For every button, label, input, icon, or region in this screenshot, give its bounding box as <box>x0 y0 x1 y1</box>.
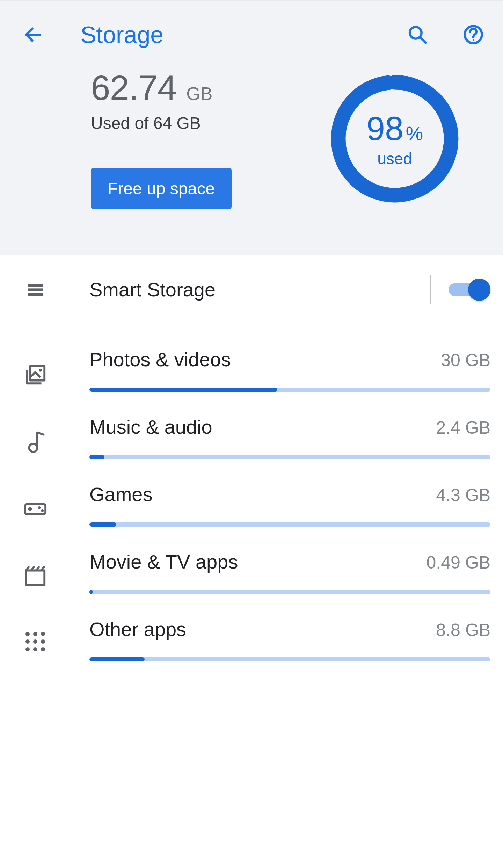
movie-icon <box>20 564 51 589</box>
games-icon <box>20 497 51 521</box>
storage-header-section: Storage 62.74 GB Used o <box>0 0 503 255</box>
category-movie-tv[interactable]: Movie & TV apps 0.49 GB <box>0 527 503 594</box>
category-size: 2.4 GB <box>436 418 490 438</box>
category-bar <box>89 388 490 392</box>
help-icon <box>462 24 484 45</box>
category-bar-fill <box>89 455 104 459</box>
svg-rect-18 <box>26 571 45 585</box>
app-bar: Storage <box>0 1 503 68</box>
category-size: 8.8 GB <box>436 620 490 640</box>
music-icon <box>20 429 51 454</box>
storage-summary: 62.74 GB Used of 64 GB Free up space 98 … <box>0 68 503 209</box>
storage-ring-chart: 98 % used <box>328 72 461 205</box>
smart-storage-toggle[interactable] <box>449 279 490 301</box>
category-name: Music & audio <box>89 415 212 438</box>
search-icon <box>407 24 428 45</box>
storage-manager-icon <box>20 280 51 300</box>
category-size: 0.49 GB <box>427 552 490 573</box>
arrow-left-icon <box>23 24 44 45</box>
category-list: Photos & videos 30 GB Music & audio 2.4 … <box>0 324 503 661</box>
category-bar <box>89 657 490 661</box>
svg-rect-9 <box>28 293 43 296</box>
ring-percent-symbol: % <box>406 122 423 145</box>
category-name: Games <box>89 483 153 506</box>
free-up-space-button[interactable]: Free up space <box>91 168 232 209</box>
smart-storage-label: Smart Storage <box>89 278 430 301</box>
category-name: Other apps <box>89 618 186 641</box>
svg-point-16 <box>38 506 41 509</box>
category-photos-videos[interactable]: Photos & videos 30 GB <box>0 324 503 392</box>
category-games[interactable]: Games 4.3 GB <box>0 459 503 527</box>
category-size: 30 GB <box>441 350 490 370</box>
ring-percent-value: 98 <box>366 109 404 148</box>
svg-rect-7 <box>28 284 43 287</box>
search-button[interactable] <box>405 22 430 47</box>
storage-capacity-label: Used of 64 GB <box>91 114 232 133</box>
svg-point-12 <box>29 444 37 452</box>
apps-icon <box>20 632 51 651</box>
divider <box>430 275 431 304</box>
storage-used-unit: GB <box>186 83 212 104</box>
back-button[interactable] <box>21 22 45 47</box>
category-size: 4.3 GB <box>436 485 490 505</box>
category-bar-fill <box>89 590 93 594</box>
category-other-apps[interactable]: Other apps 8.8 GB <box>0 594 503 661</box>
category-bar-fill <box>89 657 145 661</box>
category-bar-fill <box>89 388 277 392</box>
category-bar <box>89 522 490 527</box>
category-name: Photos & videos <box>89 348 231 371</box>
category-name: Movie & TV apps <box>89 550 238 573</box>
svg-point-11 <box>39 369 42 372</box>
category-music-audio[interactable]: Music & audio 2.4 GB <box>0 392 503 459</box>
category-bar <box>89 590 490 594</box>
help-button[interactable] <box>461 22 486 47</box>
category-bar <box>89 455 490 459</box>
storage-used-value: 62.74 <box>91 68 176 108</box>
category-bar-fill <box>89 522 116 527</box>
svg-point-4 <box>473 39 474 41</box>
ring-sublabel: used <box>377 149 412 168</box>
svg-line-2 <box>420 37 426 43</box>
svg-rect-8 <box>28 288 43 291</box>
svg-point-17 <box>41 509 44 512</box>
smart-storage-row[interactable]: Smart Storage <box>0 255 503 324</box>
photos-icon <box>20 362 51 386</box>
page-title: Storage <box>80 21 405 48</box>
